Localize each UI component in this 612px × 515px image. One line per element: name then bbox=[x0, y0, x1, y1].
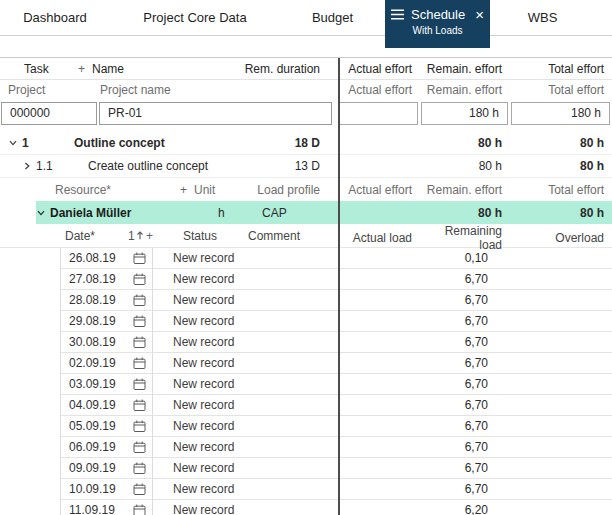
remaining-load-cell[interactable]: 6,70 bbox=[420, 482, 510, 496]
row-indent bbox=[0, 353, 60, 374]
calendar-icon[interactable] bbox=[133, 336, 146, 348]
remaining-load-cell[interactable]: 6,20 bbox=[420, 503, 510, 515]
project-remain-effort-cell[interactable]: 180 h bbox=[421, 102, 508, 125]
task-rem-duration[interactable]: 18 D bbox=[295, 136, 338, 150]
task-rem-duration[interactable]: 13 D bbox=[295, 159, 338, 173]
menu-icon[interactable] bbox=[391, 9, 404, 20]
date-cell[interactable]: 10.09.19 bbox=[60, 479, 153, 500]
calendar-icon[interactable] bbox=[133, 399, 146, 411]
status-value: New record bbox=[173, 419, 234, 433]
remaining-load-cell[interactable]: 6,70 bbox=[420, 335, 510, 349]
status-value: New record bbox=[173, 398, 234, 412]
date-cell[interactable]: 02.09.19 bbox=[60, 353, 153, 374]
project-id-cell[interactable]: 000000 bbox=[1, 102, 97, 125]
arrow-up-icon bbox=[136, 231, 144, 240]
date-value: 30.08.19 bbox=[69, 335, 116, 349]
expand-chevron-right-icon[interactable] bbox=[22, 161, 36, 171]
task-name[interactable]: Create outline concept bbox=[88, 159, 295, 173]
calendar-icon[interactable] bbox=[133, 378, 146, 390]
col-actual-effort: Actual effort bbox=[338, 62, 420, 76]
date-cell[interactable]: 29.08.19 bbox=[60, 311, 153, 332]
date-value: 02.09.19 bbox=[69, 356, 116, 370]
tab-wbs[interactable]: WBS bbox=[490, 0, 595, 35]
add-load-row-button[interactable]: + bbox=[146, 229, 160, 243]
remaining-load-cell[interactable]: 6,70 bbox=[420, 377, 510, 391]
col-remain-effort: Remain. effort bbox=[420, 62, 510, 76]
load-row: 05.09.19 New record 6,70 bbox=[0, 416, 612, 437]
date-cell[interactable]: 06.09.19 bbox=[60, 437, 153, 458]
collapse-chevron-down-icon[interactable] bbox=[36, 208, 50, 218]
section-divider bbox=[338, 58, 340, 515]
date-value: 06.09.19 bbox=[69, 440, 116, 454]
calendar-icon[interactable] bbox=[133, 252, 146, 264]
status-value: New record bbox=[173, 272, 234, 286]
resource-row: Daniela Müller h CAP 80 h 80 h bbox=[0, 201, 612, 224]
calendar-icon[interactable] bbox=[133, 483, 146, 495]
resource-name[interactable]: Daniela Müller bbox=[50, 206, 218, 220]
col-date: Date* bbox=[65, 229, 128, 243]
row-indent bbox=[0, 479, 60, 500]
project-actual-effort-cell[interactable] bbox=[339, 102, 418, 125]
remaining-load-cell[interactable]: 6,70 bbox=[420, 293, 510, 307]
task-name[interactable]: Outline concept bbox=[74, 136, 295, 150]
status-value: New record bbox=[173, 335, 234, 349]
load-row: 09.09.19 New record 6,70 bbox=[0, 458, 612, 479]
col-project-name: Project name bbox=[100, 83, 338, 97]
remaining-load-cell[interactable]: 6,70 bbox=[420, 272, 510, 286]
date-cell[interactable]: 26.08.19 bbox=[60, 248, 153, 269]
remaining-load-cell[interactable]: 6,70 bbox=[420, 356, 510, 370]
remaining-load-cell[interactable]: 6,70 bbox=[420, 440, 510, 454]
status-value: New record bbox=[173, 503, 234, 515]
calendar-icon[interactable] bbox=[133, 462, 146, 474]
tab-schedule-label: Schedule bbox=[411, 7, 465, 22]
add-task-button[interactable]: + bbox=[78, 62, 92, 76]
calendar-icon[interactable] bbox=[133, 294, 146, 306]
load-row: 26.08.19 New record 0,10 bbox=[0, 248, 612, 269]
date-cell[interactable]: 05.09.19 bbox=[60, 416, 153, 437]
remaining-load-cell[interactable]: 6,70 bbox=[420, 398, 510, 412]
status-value: New record bbox=[173, 314, 234, 328]
tab-project-core-data[interactable]: Project Core Data bbox=[110, 0, 280, 35]
schedule-table: Task + Name Rem. duration Actual effort … bbox=[0, 57, 612, 515]
date-value: 26.08.19 bbox=[69, 251, 116, 265]
tab-budget[interactable]: Budget bbox=[280, 0, 385, 35]
remaining-load-cell[interactable]: 6,70 bbox=[420, 314, 510, 328]
row-indent bbox=[0, 332, 60, 353]
collapse-chevron-down-icon[interactable] bbox=[8, 138, 22, 148]
date-cell[interactable]: 30.08.19 bbox=[60, 332, 153, 353]
col-total-effort: Total effort bbox=[510, 83, 612, 97]
load-row: 27.08.19 New record 6,70 bbox=[0, 269, 612, 290]
sort-ascending-control[interactable]: 1 bbox=[128, 229, 146, 243]
remaining-load-cell[interactable]: 0,10 bbox=[420, 251, 510, 265]
remaining-load-cell[interactable]: 6,70 bbox=[420, 419, 510, 433]
project-name-input[interactable] bbox=[99, 102, 332, 125]
calendar-icon[interactable] bbox=[133, 357, 146, 369]
task-total-effort: 80 h bbox=[510, 159, 612, 173]
tab-schedule[interactable]: Schedule × With Loads bbox=[385, 0, 490, 48]
tab-dashboard[interactable]: Dashboard bbox=[0, 0, 110, 35]
date-cell[interactable]: 28.08.19 bbox=[60, 290, 153, 311]
close-icon[interactable]: × bbox=[475, 7, 484, 22]
date-cell[interactable]: 27.08.19 bbox=[60, 269, 153, 290]
tab-bar: Dashboard Project Core Data Budget Sched… bbox=[0, 0, 612, 48]
calendar-icon[interactable] bbox=[133, 273, 146, 285]
add-resource-button[interactable]: + bbox=[180, 183, 194, 197]
resource-load-profile: CAP bbox=[258, 206, 338, 220]
task-row-1: 1 Outline concept 18 D 80 h 80 h bbox=[0, 132, 612, 155]
load-row: 28.08.19 New record 6,70 bbox=[0, 290, 612, 311]
resource-header-row: Resource* + Unit Load profile Actual eff… bbox=[0, 178, 612, 201]
date-cell[interactable]: 09.09.19 bbox=[60, 458, 153, 479]
load-row: 30.08.19 New record 6,70 bbox=[0, 332, 612, 353]
calendar-icon[interactable] bbox=[133, 441, 146, 453]
calendar-icon[interactable] bbox=[133, 420, 146, 432]
calendar-icon[interactable] bbox=[133, 315, 146, 327]
remaining-load-cell[interactable]: 6,70 bbox=[420, 461, 510, 475]
task-total-effort: 80 h bbox=[510, 136, 612, 150]
date-cell[interactable]: 03.09.19 bbox=[60, 374, 153, 395]
date-cell[interactable]: 04.09.19 bbox=[60, 395, 153, 416]
date-cell[interactable]: 11.09.19 bbox=[60, 500, 153, 515]
calendar-icon[interactable] bbox=[133, 504, 146, 515]
row-indent bbox=[0, 269, 60, 290]
project-total-effort-cell[interactable]: 180 h bbox=[511, 102, 610, 125]
resource-total-effort: 80 h bbox=[510, 206, 612, 220]
